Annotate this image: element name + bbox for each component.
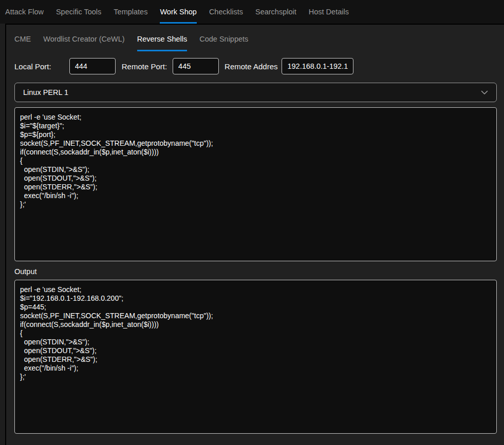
- connection-settings-row: Local Port: Remote Port: Remote Addres: [14, 58, 497, 74]
- subtab-code-snippets[interactable]: Code Snippets: [199, 25, 248, 51]
- workshop-sub-tab-bar: CME Wordlist Creator (CeWL) Reverse Shel…: [14, 25, 497, 51]
- local-port-label: Local Port:: [14, 62, 51, 71]
- shell-template-textarea[interactable]: perl -e 'use Socket; $i="${target}"; $p=…: [14, 107, 497, 261]
- subtab-wordlist-creator[interactable]: Wordlist Creator (CeWL): [43, 25, 124, 51]
- tab-attack-flow[interactable]: Attack Flow: [5, 0, 44, 24]
- remote-address-input[interactable]: [282, 58, 353, 74]
- tab-work-shop[interactable]: Work Shop: [160, 0, 196, 24]
- main-tab-bar: Attack Flow Specific Tools Templates Wor…: [0, 0, 504, 24]
- remote-port-label: Remote Port:: [122, 62, 167, 71]
- tab-templates[interactable]: Templates: [114, 0, 147, 24]
- shell-type-select[interactable]: Linux PERL 1: [14, 83, 497, 102]
- tab-searchsploit[interactable]: Searchsploit: [255, 0, 296, 24]
- workshop-panel: CME Wordlist Creator (CeWL) Reverse Shel…: [5, 24, 504, 445]
- subtab-cme[interactable]: CME: [14, 25, 31, 51]
- remote-address-label: Remote Addres: [225, 62, 277, 71]
- remote-port-input[interactable]: [173, 58, 219, 74]
- subtab-reverse-shells[interactable]: Reverse Shells: [137, 25, 188, 51]
- output-label: Output: [14, 267, 497, 276]
- tab-specific-tools[interactable]: Specific Tools: [56, 0, 101, 24]
- tab-host-details[interactable]: Host Details: [309, 0, 349, 24]
- tab-checklists[interactable]: Checklists: [209, 0, 243, 24]
- shell-type-selected-value: Linux PERL 1: [23, 88, 68, 96]
- local-port-input[interactable]: [69, 58, 116, 74]
- output-textarea[interactable]: perl -e 'use Socket; $i="192.168.0.1-192…: [14, 280, 497, 434]
- chevron-down-icon: [481, 90, 488, 95]
